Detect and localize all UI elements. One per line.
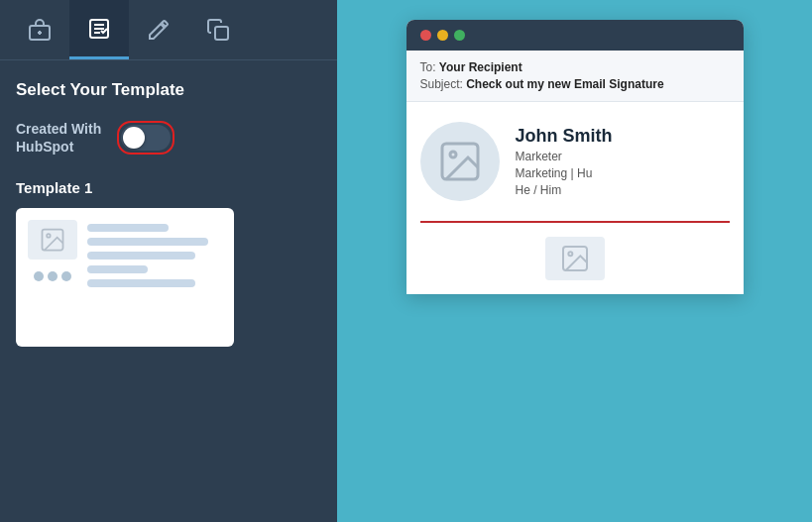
toolbar-item-briefcase[interactable]	[10, 0, 69, 59]
email-to-value: Your Recipient	[439, 60, 522, 74]
footer-image	[545, 237, 605, 280]
template-img	[28, 220, 77, 260]
right-panel: To: Your Recipient Subject: Check out my…	[337, 0, 812, 522]
email-window: To: Your Recipient Subject: Check out my…	[406, 20, 744, 294]
email-to-line: To: Your Recipient	[420, 60, 730, 74]
toggle-row: Created With HubSpot	[16, 120, 321, 156]
template-card-left	[28, 220, 77, 281]
template-dot-1	[34, 271, 44, 281]
template-dots	[34, 271, 71, 281]
toolbar	[0, 0, 337, 60]
template-line-3	[87, 252, 195, 260]
sig-company: Marketing | Hu	[516, 166, 613, 180]
svg-point-13	[568, 252, 572, 256]
template-dot-3	[61, 271, 71, 281]
toolbar-item-text[interactable]	[69, 0, 129, 59]
template-section: Template 1	[16, 179, 321, 347]
window-dot-yellow	[437, 30, 448, 41]
template-line-1	[87, 224, 169, 232]
sig-name: John Smith	[516, 126, 613, 147]
sidebar: Select Your Template Created With HubSpo…	[0, 0, 337, 522]
toggle-label: Created With HubSpot	[16, 120, 101, 156]
avatar	[420, 122, 500, 201]
sig-pronouns: He / Him	[516, 183, 613, 197]
select-template-title: Select Your Template	[16, 80, 321, 100]
window-dot-green	[454, 30, 465, 41]
template-line-5	[87, 279, 195, 287]
signature-info: John Smith Marketer Marketing | Hu He / …	[516, 122, 613, 197]
hubspot-toggle[interactable]	[121, 125, 171, 151]
email-header: To: Your Recipient Subject: Check out my…	[406, 51, 744, 102]
window-chrome	[406, 20, 744, 51]
toolbar-item-copy[interactable]	[188, 0, 248, 59]
toggle-knob	[123, 127, 145, 149]
template-dot-2	[48, 271, 58, 281]
toolbar-item-pencil[interactable]	[129, 0, 188, 59]
email-subject-value: Check out my new Email Signature	[466, 77, 663, 91]
template-1-label: Template 1	[16, 179, 321, 196]
svg-rect-7	[215, 27, 228, 40]
template-line-2	[87, 238, 208, 246]
svg-point-11	[450, 152, 456, 157]
email-footer	[406, 223, 744, 294]
template-card-right	[87, 220, 222, 287]
sig-title: Marketer	[516, 150, 613, 163]
svg-point-9	[47, 235, 51, 239]
template-line-4	[87, 265, 148, 273]
sidebar-content: Select Your Template Created With HubSpo…	[0, 60, 337, 522]
hubspot-toggle-wrapper[interactable]	[117, 121, 174, 155]
email-subject-line: Subject: Check out my new Email Signatur…	[420, 77, 730, 91]
template-1-card[interactable]	[16, 208, 234, 347]
email-body: John Smith Marketer Marketing | Hu He / …	[406, 102, 744, 221]
window-dot-red	[420, 30, 431, 41]
